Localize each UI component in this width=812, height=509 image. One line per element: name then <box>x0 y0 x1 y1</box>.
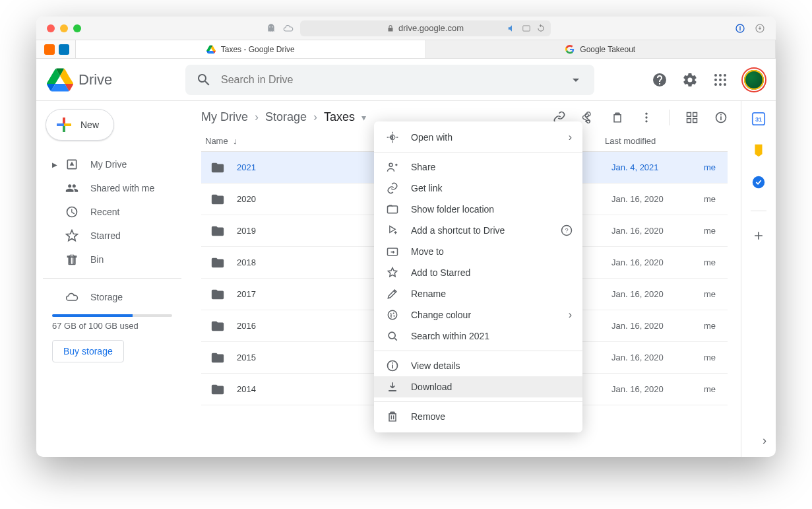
add-addon[interactable] <box>751 228 766 243</box>
folder-icon <box>210 255 225 270</box>
svg-rect-40 <box>392 362 393 364</box>
trash-icon[interactable] <box>611 111 624 124</box>
nav-label: Bin <box>90 254 104 265</box>
breadcrumb-current[interactable]: Taxes <box>324 110 355 124</box>
svg-point-36 <box>393 316 394 317</box>
row-owner: me <box>704 226 728 236</box>
svg-point-28 <box>389 163 392 166</box>
folder-icon <box>210 160 225 175</box>
folder-icon <box>210 351 225 365</box>
ctx-label: Move to <box>411 246 444 257</box>
browser-tab-drive[interactable]: Taxes - Google Drive <box>76 40 426 58</box>
search-options-icon[interactable] <box>568 72 584 88</box>
buy-storage-button[interactable]: Buy storage <box>52 340 124 362</box>
ctx-label: Rename <box>411 288 446 299</box>
drive-logo[interactable]: Drive <box>47 68 179 92</box>
ctx-search-within[interactable]: Search within 2021 <box>374 325 582 347</box>
nav-storage[interactable]: Storage <box>43 285 181 309</box>
close-window-button[interactable] <box>47 24 55 32</box>
downloads-icon[interactable] <box>755 23 765 34</box>
account-avatar[interactable] <box>743 69 765 91</box>
nav-my-drive[interactable]: ▶ My Drive <box>43 153 181 176</box>
breadcrumb-item[interactable]: Storage <box>265 110 307 124</box>
collapse-rail-icon[interactable]: › <box>763 434 766 448</box>
url-bar[interactable]: drive.google.com <box>300 20 551 36</box>
svg-point-10 <box>714 83 717 86</box>
lock-icon <box>387 24 394 32</box>
ctx-change-colour[interactable]: Change colour› <box>374 304 582 325</box>
bookmark-strip <box>36 40 76 58</box>
expand-icon[interactable]: ▶ <box>52 161 59 168</box>
svg-rect-18 <box>693 112 697 116</box>
cloud-icon[interactable] <box>283 23 294 34</box>
svg-point-4 <box>714 74 717 77</box>
folder-icon <box>210 224 225 238</box>
nav-label: Starred <box>90 230 121 241</box>
breadcrumb-item[interactable]: My Drive <box>201 110 248 124</box>
chevron-down-icon[interactable]: ▾ <box>361 112 366 123</box>
get-link-icon <box>386 182 399 195</box>
chevron-right-icon: › <box>255 110 259 124</box>
settings-icon[interactable] <box>682 72 698 88</box>
bookmark-2[interactable] <box>59 44 69 55</box>
row-date: Jan. 16, 2020 <box>611 194 704 204</box>
drive-favicon-icon <box>206 45 216 54</box>
info-icon[interactable] <box>714 111 728 124</box>
svg-rect-20 <box>693 118 697 122</box>
search-input[interactable] <box>221 74 559 86</box>
ctx-rename[interactable]: Rename <box>374 283 582 304</box>
bookmark-1[interactable] <box>44 44 55 55</box>
my-drive-icon <box>65 158 78 171</box>
ctx-label: Change colour <box>411 310 471 320</box>
ctx-open-with[interactable]: Open with› <box>374 127 582 148</box>
translate-icon[interactable] <box>522 24 531 33</box>
plus-icon <box>55 116 73 133</box>
minimize-window-button[interactable] <box>60 24 68 32</box>
ctx-add-starred[interactable]: Add to Starred <box>374 262 582 283</box>
svg-point-8 <box>719 79 722 81</box>
ctx-move-to[interactable]: Move to <box>374 241 582 262</box>
ctx-add-shortcut[interactable]: Add a shortcut to Drive? <box>374 220 582 241</box>
calendar-addon[interactable]: 31 <box>751 112 766 126</box>
sort-arrow-icon[interactable]: ↓ <box>233 136 237 146</box>
help-icon[interactable] <box>652 72 668 88</box>
ctx-download[interactable]: Download <box>374 376 582 397</box>
ctx-view-details[interactable]: View details <box>374 355 582 376</box>
ctx-remove[interactable]: Remove <box>374 406 582 427</box>
more-icon[interactable] <box>640 111 653 124</box>
ghost-icon[interactable] <box>266 23 276 34</box>
reload-icon[interactable] <box>536 24 546 33</box>
sound-icon[interactable] <box>507 24 516 33</box>
ctx-label: Search within 2021 <box>411 331 489 341</box>
ctx-get-link[interactable]: Get link <box>374 178 582 199</box>
share-icon[interactable] <box>582 111 595 124</box>
help-icon[interactable]: ? <box>560 224 573 237</box>
row-date: Jan. 16, 2020 <box>611 226 704 236</box>
apps-icon[interactable] <box>712 72 728 88</box>
rename-icon <box>386 287 399 300</box>
show-location-icon <box>386 203 399 216</box>
keep-addon[interactable] <box>751 143 766 158</box>
tasks-addon[interactable] <box>751 175 766 189</box>
browser-tab-takeout[interactable]: Google Takeout <box>426 40 776 58</box>
onepassword-icon[interactable] <box>735 23 745 34</box>
search-within-icon <box>386 329 399 343</box>
bin-icon <box>65 253 78 266</box>
maximize-window-button[interactable] <box>73 24 81 32</box>
svg-text:?: ? <box>565 227 568 234</box>
svg-point-33 <box>388 310 396 319</box>
search-bar[interactable] <box>185 65 594 95</box>
nav-starred[interactable]: Starred <box>43 224 181 248</box>
col-modified[interactable]: Last modified <box>605 136 724 146</box>
new-button[interactable]: New <box>46 109 114 141</box>
nav-shared[interactable]: Shared with me <box>43 176 181 200</box>
folder-icon <box>210 287 225 302</box>
nav-recent[interactable]: Recent <box>43 200 181 224</box>
nav-bin[interactable]: Bin <box>43 248 181 271</box>
grid-view-icon[interactable] <box>685 111 699 124</box>
url-text: drive.google.com <box>398 23 464 33</box>
add-shortcut-icon <box>386 224 399 237</box>
ctx-show-location[interactable]: Show folder location <box>374 199 582 220</box>
ctx-share[interactable]: Share <box>374 156 582 178</box>
svg-rect-29 <box>388 206 398 213</box>
